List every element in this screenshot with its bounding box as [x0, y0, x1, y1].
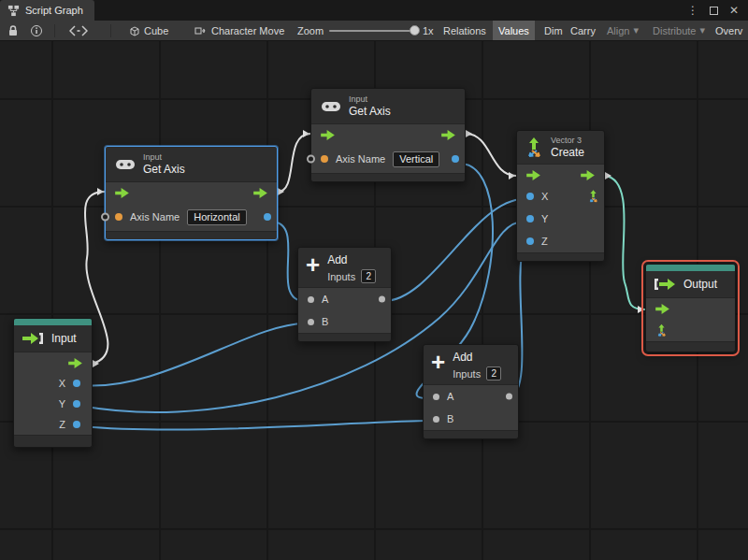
sum-output-port[interactable] — [506, 394, 512, 400]
wire-vector3-to-output[interactable] — [605, 176, 645, 309]
lock-icon — [7, 24, 19, 37]
relations-label: Relations — [443, 25, 486, 36]
toolbar-separator — [54, 24, 55, 37]
lock-button[interactable] — [2, 21, 24, 40]
dim-label: Dim — [544, 25, 563, 36]
node-graph-output[interactable]: Output — [645, 264, 736, 352]
maximize-icon[interactable] — [710, 7, 718, 15]
control-output-port[interactable] — [441, 130, 455, 140]
wire-arrowhead — [466, 130, 472, 137]
node-title: Add — [327, 253, 376, 266]
values-button[interactable]: Values — [493, 21, 535, 40]
y-output-port[interactable] — [73, 400, 80, 408]
port-a-label: A — [447, 391, 453, 402]
control-output-port[interactable] — [68, 358, 82, 368]
info-button[interactable] — [24, 21, 49, 40]
x-input-port[interactable] — [526, 193, 534, 200]
node-category: Input — [349, 94, 391, 105]
control-input-port[interactable] — [526, 170, 540, 180]
node-title: Create — [551, 146, 584, 159]
value-input-port-b[interactable] — [433, 416, 439, 423]
node-add-2[interactable]: + Add Inputs 2 A B — [423, 344, 519, 439]
axis-name-field[interactable]: Horizontal — [187, 209, 247, 225]
gamepad-icon — [115, 158, 136, 171]
control-input-port[interactable] — [115, 188, 129, 198]
zoom-to-fit-button[interactable] — [64, 21, 94, 40]
io-node-header-strip — [646, 265, 735, 271]
unconnected-port-indicator[interactable] — [101, 213, 109, 222]
node-title: Add — [453, 351, 501, 364]
control-input-port[interactable] — [321, 130, 335, 140]
string-port-dot[interactable] — [115, 213, 122, 221]
breadcrumb-cube[interactable]: Cube — [123, 21, 174, 40]
node-title: Input — [51, 332, 77, 345]
y-input-port[interactable] — [526, 215, 534, 223]
dim-button[interactable]: Dim — [539, 21, 568, 40]
breadcrumb-character-move-label: Character Move — [211, 25, 284, 36]
wire-getaxis-horizontal-to-vertical[interactable] — [278, 134, 310, 192]
z-output-port[interactable] — [73, 421, 80, 428]
node-title: Output — [683, 278, 717, 291]
distribute-label: Distribute — [653, 25, 696, 36]
port-y-label: Y — [59, 398, 65, 409]
inputs-count-field[interactable]: 2 — [486, 366, 501, 381]
sum-output-port[interactable] — [379, 296, 385, 303]
distribute-dropdown[interactable]: Distribute ▾ — [647, 21, 711, 40]
axis-name-field[interactable]: Vertical — [393, 151, 439, 167]
param-label: Axis Name — [336, 153, 385, 165]
graph-input-icon — [22, 331, 44, 346]
fit-icon — [69, 25, 88, 36]
float-output-port[interactable] — [452, 155, 459, 163]
wire-getaxis-vertical-to-vector3[interactable] — [466, 134, 516, 176]
node-get-axis-horizontal[interactable]: Input Get Axis Axis Name Horizontal — [105, 146, 278, 240]
vector3-input-port-icon[interactable] — [655, 323, 668, 337]
wire-arrowhead — [278, 188, 284, 195]
close-icon[interactable]: ✕ — [729, 4, 739, 17]
info-icon — [30, 24, 43, 37]
z-input-port[interactable] — [526, 237, 534, 245]
plus-icon: + — [431, 351, 445, 373]
chevron-down-icon: ▾ — [633, 24, 639, 36]
toolbar-separator — [110, 24, 111, 37]
node-add-1[interactable]: + Add Inputs 2 A B — [297, 247, 392, 342]
unconnected-port-indicator[interactable] — [307, 155, 315, 164]
wire-input-z-to-add2-b[interactable] — [80, 421, 426, 430]
graph-canvas[interactable]: Input Get Axis Axis Name Vertical Input — [0, 41, 748, 560]
x-output-port[interactable] — [73, 380, 80, 387]
value-input-port-b[interactable] — [308, 319, 314, 325]
node-vector3-create[interactable]: Vector 3 Create X Y Z — [516, 130, 605, 262]
inputs-count-field[interactable]: 2 — [361, 269, 376, 283]
panel-tab-bar: Script Graph ⋮ ✕ — [0, 0, 748, 21]
overview-button[interactable]: Overv — [710, 21, 748, 40]
zoom-slider-handle[interactable] — [410, 25, 420, 36]
plus-icon: + — [306, 253, 320, 276]
value-input-port-a[interactable] — [433, 394, 439, 400]
port-b-label: B — [447, 413, 453, 424]
control-input-port[interactable] — [655, 304, 669, 314]
carry-label: Carry — [570, 25, 596, 36]
relations-button[interactable]: Relations — [438, 21, 492, 40]
align-dropdown[interactable]: Align ▾ — [601, 21, 644, 40]
string-port-dot[interactable] — [321, 155, 328, 163]
tab-script-graph[interactable]: Script Graph — [0, 0, 94, 21]
node-graph-input[interactable]: Input X Y Z — [13, 318, 93, 448]
inputs-label: Inputs — [453, 368, 481, 380]
vector3-output-port-icon[interactable] — [587, 190, 599, 204]
control-output-port[interactable] — [581, 170, 595, 180]
node-get-axis-vertical[interactable]: Input Get Axis Axis Name Vertical — [310, 88, 466, 182]
node-title: Get Axis — [349, 105, 391, 118]
port-x-label: X — [541, 191, 548, 202]
zoom-slider-track[interactable] — [329, 30, 419, 32]
overview-label: Overv — [715, 25, 742, 36]
float-output-port[interactable] — [264, 213, 271, 221]
breadcrumb-character-move[interactable]: Character Move — [189, 21, 290, 40]
port-b-label: B — [322, 316, 328, 327]
node-category: Input — [143, 152, 185, 163]
control-output-port[interactable] — [253, 188, 267, 198]
value-input-port-a[interactable] — [308, 296, 314, 303]
wire-input-x-to-add1-b[interactable] — [80, 323, 305, 386]
wire-add1-to-vector3-x[interactable] — [384, 199, 524, 301]
carry-button[interactable]: Carry — [565, 21, 601, 40]
panel-menu-icon[interactable]: ⋮ — [687, 4, 698, 17]
vector3-icon — [525, 136, 543, 159]
